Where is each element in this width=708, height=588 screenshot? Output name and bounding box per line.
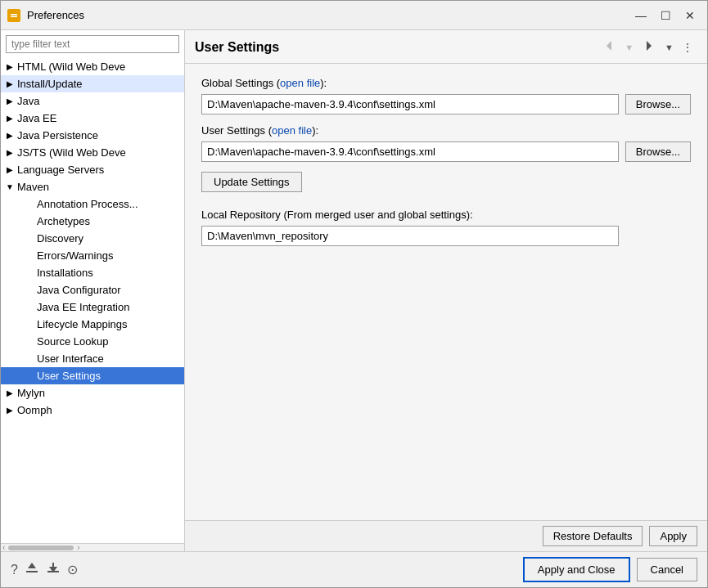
sidebar-item-label: User Interface: [37, 352, 104, 365]
sidebar-item-user-settings[interactable]: User Settings: [1, 367, 184, 384]
forward-icon: [642, 38, 656, 53]
global-settings-input[interactable]: [201, 94, 619, 114]
svg-rect-2: [11, 16, 17, 17]
back-icon: [602, 38, 616, 53]
export-icon[interactable]: [25, 561, 39, 579]
help-icon[interactable]: ?: [11, 563, 18, 577]
arrow-icon: [24, 267, 35, 279]
window-title: Preferences: [27, 9, 630, 21]
sidebar-item-label: Oomph: [17, 404, 52, 416]
sidebar-item-language-servers[interactable]: ▶ Language Servers: [1, 161, 184, 178]
arrow-icon: ▶: [4, 388, 16, 399]
sidebar-item-java[interactable]: ▶ Java: [1, 92, 184, 110]
maximize-button[interactable]: ☐: [655, 7, 676, 25]
minimize-button[interactable]: —: [630, 7, 652, 25]
sidebar-scrollbar[interactable]: ‹ ›: [1, 543, 184, 551]
user-settings-row: Browse...: [201, 141, 691, 162]
local-repo-label: Local Repository (From merged user and g…: [201, 209, 691, 221]
title-bar: Preferences — ☐ ✕: [1, 1, 707, 30]
sidebar-item-jsts[interactable]: ▶ JS/TS (Wild Web Deve: [1, 144, 184, 161]
scroll-left-arrow[interactable]: ‹: [2, 543, 5, 551]
restore-defaults-button[interactable]: Restore Defaults: [543, 526, 643, 546]
sidebar-item-label: Archetypes: [37, 215, 90, 227]
window-controls: — ☐ ✕: [630, 7, 701, 25]
sidebar-item-oomph[interactable]: ▶ Oomph: [1, 402, 184, 419]
main-area: ▶ HTML (Wild Web Deve ▶ Install/Update ▶…: [1, 30, 707, 551]
sidebar-item-errors-warnings[interactable]: Errors/Warnings: [1, 247, 184, 264]
sidebar-item-html[interactable]: ▶ HTML (Wild Web Deve: [1, 58, 184, 75]
sidebar-item-user-interface[interactable]: User Interface: [1, 350, 184, 367]
arrow-icon: ▶: [4, 130, 16, 141]
sidebar-item-label: Discovery: [37, 232, 83, 245]
content-body: Global Settings (open file): Browse... U…: [185, 64, 707, 520]
user-browse-button[interactable]: Browse...: [625, 141, 691, 162]
sidebar-item-discovery[interactable]: Discovery: [1, 230, 184, 247]
user-settings-input[interactable]: [201, 141, 619, 162]
user-open-file-link[interactable]: open file: [272, 124, 312, 137]
arrow-icon: ▶: [4, 79, 16, 90]
nav-dropdown2-button[interactable]: ▼: [661, 41, 677, 54]
update-settings-button[interactable]: Update Settings: [201, 172, 302, 192]
nav-dropdown-button[interactable]: ▼: [621, 41, 637, 54]
preferences-window: Preferences — ☐ ✕ ▶ HTML (Wild Web Deve …: [0, 0, 708, 588]
arrow-icon: ▶: [4, 61, 16, 73]
back-button[interactable]: [598, 37, 620, 58]
sidebar-item-label: Annotation Process...: [37, 198, 138, 210]
global-browse-button[interactable]: Browse...: [625, 94, 691, 114]
content-header: User Settings ▼ ▼ ⋮: [185, 30, 707, 64]
more-options-button[interactable]: ⋮: [679, 39, 697, 56]
svg-marker-3: [607, 41, 611, 51]
svg-marker-6: [28, 563, 36, 568]
sidebar-item-label: HTML (Wild Web Deve: [17, 61, 125, 73]
arrow-icon: ▶: [4, 405, 16, 416]
sidebar-item-java-configurator[interactable]: Java Configurator: [1, 281, 184, 298]
sidebar-item-label: Java Persistence: [17, 129, 98, 141]
tree-area: ▶ HTML (Wild Web Deve ▶ Install/Update ▶…: [1, 58, 184, 543]
global-open-file-link[interactable]: open file: [280, 77, 320, 89]
sidebar-item-java-ee-integration[interactable]: Java EE Integration: [1, 298, 184, 316]
sidebar-item-install-update[interactable]: ▶ Install/Update: [1, 75, 184, 92]
import-icon[interactable]: [46, 561, 61, 579]
settings-icon[interactable]: ⊙: [67, 562, 78, 577]
arrow-icon: [24, 302, 35, 313]
sidebar-item-label: Maven: [17, 181, 49, 193]
arrow-icon: [24, 319, 35, 330]
forward-button[interactable]: [638, 37, 660, 58]
sidebar-item-lifecycle-mappings[interactable]: Lifecycle Mappings: [1, 316, 184, 333]
footer-left-icons: ? ⊙: [11, 561, 516, 579]
filter-input[interactable]: [6, 35, 179, 53]
arrow-icon: [24, 370, 35, 382]
arrow-icon: ▶: [4, 147, 16, 159]
arrow-icon: [24, 250, 35, 262]
scroll-right-arrow[interactable]: ›: [77, 543, 79, 551]
arrow-icon: [24, 199, 35, 210]
global-settings-row: Browse...: [201, 94, 691, 114]
sidebar-item-label: Java EE: [17, 112, 56, 124]
sidebar-item-archetypes[interactable]: Archetypes: [1, 213, 184, 230]
horizontal-scrollbar-thumb[interactable]: [8, 545, 74, 550]
svg-rect-1: [11, 14, 17, 16]
global-settings-label: Global Settings (open file):: [201, 77, 691, 89]
sidebar-item-label: Java: [17, 95, 39, 107]
sidebar-item-java-ee[interactable]: ▶ Java EE: [1, 110, 184, 127]
sidebar-item-label: User Settings: [37, 370, 101, 382]
sidebar-item-mylyn[interactable]: ▶ Mylyn: [1, 384, 184, 402]
sidebar-item-java-persistence[interactable]: ▶ Java Persistence: [1, 127, 184, 144]
apply-button[interactable]: Apply: [649, 526, 697, 546]
sidebar-item-label: Java Configurator: [37, 284, 121, 296]
sidebar-item-label: Errors/Warnings: [37, 249, 113, 262]
sidebar-item-label: Lifecycle Mappings: [37, 318, 128, 330]
nav-buttons: ▼ ▼ ⋮: [598, 37, 697, 58]
arrow-icon: ▶: [4, 96, 16, 107]
apply-and-close-button[interactable]: Apply and Close: [523, 557, 630, 582]
local-repo-input[interactable]: [201, 226, 619, 246]
cancel-button[interactable]: Cancel: [637, 558, 697, 581]
sidebar-item-label: Installations: [37, 267, 93, 279]
sidebar-item-source-lookup[interactable]: Source Lookup: [1, 333, 184, 350]
close-button[interactable]: ✕: [679, 7, 701, 25]
sidebar-item-label: JS/TS (Wild Web Deve: [17, 146, 126, 159]
sidebar-item-annotation-processing[interactable]: Annotation Process...: [1, 195, 184, 213]
sidebar-item-installations[interactable]: Installations: [1, 264, 184, 281]
sidebar-item-maven[interactable]: ▼ Maven: [1, 178, 184, 195]
arrow-icon: ▶: [4, 113, 16, 124]
